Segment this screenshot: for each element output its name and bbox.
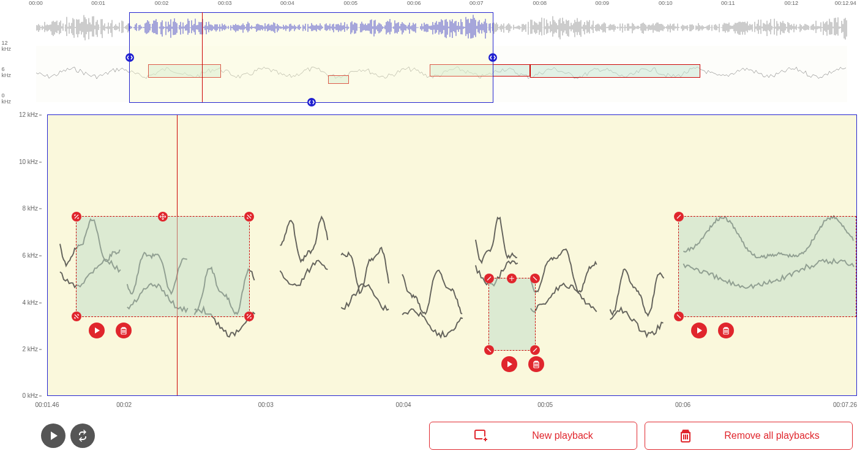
freq-tick: 8 kHz: [22, 205, 38, 212]
playback-selection[interactable]: [76, 216, 250, 317]
time-tick: 00:06: [407, 0, 421, 6]
resize-handle-bl[interactable]: [72, 312, 81, 321]
new-playback-button[interactable]: New playback: [429, 422, 637, 450]
timeline-top: 00:00 00:01 00:02 00:03 00:04 00:05 00:0…: [28, 0, 850, 7]
resize-handle-br[interactable]: [244, 312, 254, 321]
play-selection-button[interactable]: [89, 323, 105, 338]
play-button[interactable]: [41, 424, 65, 448]
time-tick: 00:10: [659, 0, 673, 6]
freq-tick: 4 kHz: [22, 299, 38, 306]
overview-spectrogram[interactable]: [36, 46, 847, 102]
resize-handle-br[interactable]: [530, 345, 540, 355]
delete-selection-button[interactable]: [718, 323, 734, 338]
remove-all-playbacks-button[interactable]: Remove all playbacks: [645, 422, 853, 450]
time-tick: 00:06: [675, 401, 690, 408]
freq-tick: 6 kHz: [22, 252, 38, 259]
time-tick: 00:03: [218, 0, 232, 6]
overview-selection-box: [530, 64, 700, 78]
freq-tick: 12 kHz: [2, 40, 12, 52]
time-tick: 00:01.46: [36, 401, 59, 408]
playback-selection[interactable]: [488, 278, 536, 351]
time-tick: 00:04: [280, 0, 294, 6]
overview-panel: 00:00 00:01 00:02 00:03 00:04 00:05 00:0…: [0, 0, 868, 110]
freq-tick: 0 kHz: [22, 392, 38, 399]
time-tick: 00:00: [29, 0, 43, 6]
time-tick: 00:05: [344, 0, 358, 6]
play-icon: [47, 430, 59, 442]
overview-selection-box: [430, 64, 530, 76]
main-spectrogram[interactable]: [47, 114, 857, 396]
freq-tick: 2 kHz: [22, 346, 38, 353]
time-tick: 00:02: [155, 0, 169, 6]
freq-tick: 10 kHz: [19, 159, 38, 165]
time-tick: 00:09: [595, 0, 609, 6]
button-label: Remove all playbacks: [724, 430, 820, 441]
time-tick: 00:04: [396, 401, 411, 408]
freq-tick: 12 kHz: [19, 111, 38, 118]
trash-icon: [678, 428, 694, 444]
button-label: New playback: [532, 430, 593, 441]
overview-playhead: [202, 12, 203, 102]
freq-tick: 6 kHz: [2, 66, 12, 78]
time-tick: 00:11: [721, 0, 735, 6]
resize-handle-bl[interactable]: [484, 345, 494, 355]
time-tick: 00:12.94: [835, 0, 856, 6]
time-tick: 00:12: [784, 0, 798, 6]
freq-tick: 0 kHz: [2, 92, 12, 105]
time-tick: 00:07: [470, 0, 484, 6]
time-tick: 00:08: [533, 0, 547, 6]
delete-selection-button[interactable]: [116, 323, 132, 338]
loop-button[interactable]: [70, 424, 95, 448]
overview-selection-box: [148, 64, 221, 78]
time-tick: 00:02: [116, 401, 132, 408]
delete-selection-button[interactable]: [528, 356, 544, 372]
freq-axis-main: 12 kHz 10 kHz 8 kHz 6 kHz 4 kHz 2 kHz 0 …: [11, 114, 42, 396]
resize-handle-tl[interactable]: [484, 274, 494, 283]
resize-handle-tl[interactable]: [674, 212, 684, 222]
play-selection-button[interactable]: [691, 323, 707, 338]
resize-handle-tr[interactable]: [244, 212, 254, 222]
move-handle[interactable]: [158, 212, 168, 222]
resize-handle-tr[interactable]: [530, 274, 540, 283]
time-tick: 00:05: [537, 401, 553, 408]
play-selection-button[interactable]: [501, 356, 517, 372]
waveform-overview[interactable]: [36, 12, 847, 43]
add-rect-icon: [473, 428, 489, 444]
overview-selection-box: [328, 75, 349, 84]
loop-icon: [77, 430, 89, 442]
time-tick: 00:03: [258, 401, 274, 408]
resize-handle-tl[interactable]: [72, 212, 81, 222]
time-tick: 00:07.26: [833, 401, 857, 408]
time-tick: 00:01: [91, 0, 105, 6]
move-handle[interactable]: [507, 274, 517, 283]
bottom-toolbar: New playback Remove all playbacks: [41, 422, 853, 450]
main-panel: 12 kHz 10 kHz 8 kHz 6 kHz 4 kHz 2 kHz 0 …: [11, 114, 857, 399]
playback-selection[interactable]: [678, 216, 856, 317]
